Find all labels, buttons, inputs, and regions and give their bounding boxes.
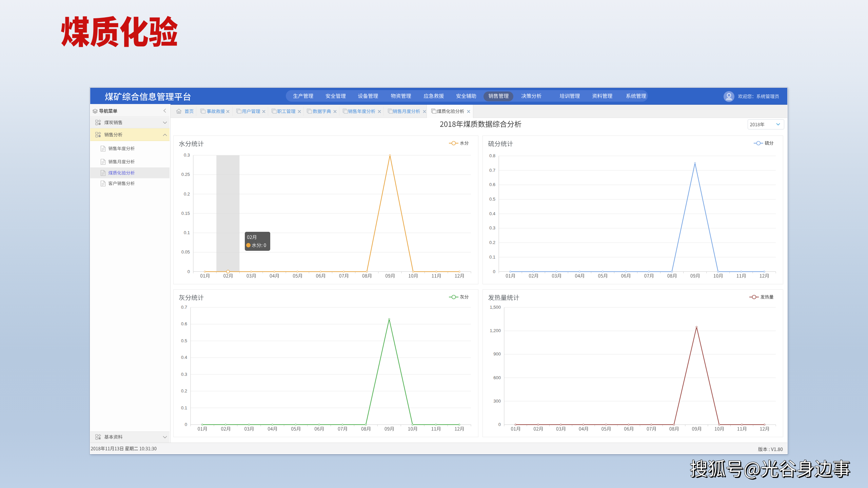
svg-text:0.7: 0.7 (181, 305, 187, 310)
svg-text:0.1: 0.1 (489, 255, 495, 260)
svg-text:0.4: 0.4 (181, 355, 187, 360)
svg-text:0.15: 0.15 (181, 211, 190, 216)
svg-text:0.4: 0.4 (489, 211, 495, 216)
svg-text:0.5: 0.5 (181, 338, 187, 343)
svg-text:0.5: 0.5 (489, 197, 495, 202)
svg-text:900: 900 (493, 351, 501, 357)
svg-text:0.25: 0.25 (181, 172, 190, 177)
svg-text:0.2: 0.2 (181, 388, 187, 393)
svg-text:0.3: 0.3 (489, 225, 495, 230)
svg-text:0.3: 0.3 (181, 372, 187, 377)
svg-text:0.8: 0.8 (489, 153, 495, 158)
svg-text:0.7: 0.7 (489, 168, 495, 173)
svg-text:0.6: 0.6 (489, 182, 495, 187)
svg-text:0.6: 0.6 (181, 321, 187, 326)
svg-text:0: 0 (188, 269, 190, 274)
svg-text:0.2: 0.2 (184, 191, 190, 197)
svg-text:0.05: 0.05 (181, 249, 190, 255)
svg-text:0: 0 (498, 422, 501, 427)
svg-text:1,500: 1,500 (490, 305, 501, 310)
svg-text:0.2: 0.2 (489, 240, 495, 245)
svg-text:0: 0 (493, 269, 495, 274)
svg-text:300: 300 (493, 399, 501, 404)
svg-text:600: 600 (493, 375, 501, 380)
svg-text:0.1: 0.1 (181, 405, 187, 410)
svg-text:1,200: 1,200 (490, 328, 501, 333)
svg-text:0.1: 0.1 (184, 230, 190, 235)
svg-text:0: 0 (185, 422, 187, 427)
svg-text:0.3: 0.3 (184, 152, 190, 158)
